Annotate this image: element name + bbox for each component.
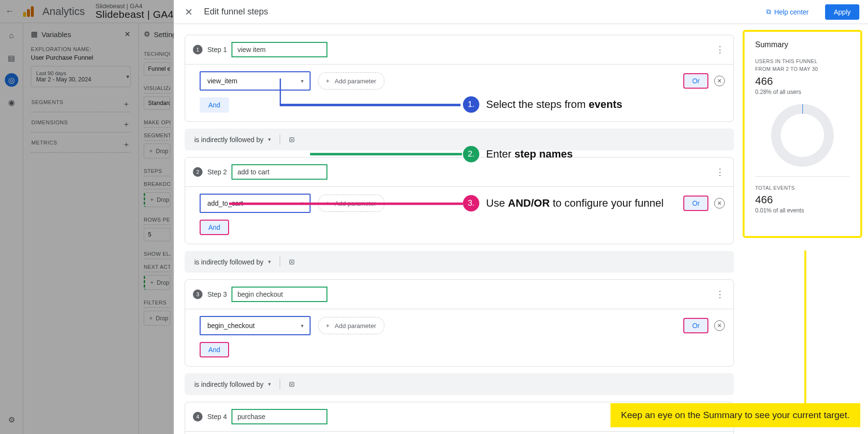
timer-off-icon[interactable]: ⦻ [280,379,297,389]
visualization-select[interactable]: Standard [144,96,170,110]
step-connector: is indirectly followed by ⦻ [185,251,734,273]
kebab-icon[interactable]: ⋮ [714,289,726,300]
chevron-down-icon: ▾ [126,73,129,80]
users-sub: 0.28% of all users [755,89,850,95]
reports-icon[interactable]: ▤ [5,51,18,65]
summary-connector-line [804,250,806,405]
admin-gear-icon[interactable]: ⚙ [5,413,18,426]
step-number: 2 [193,167,203,177]
step-label: Step 3 [207,290,227,298]
exploration-name-label: EXPLORATION NAME: [31,46,131,52]
remove-condition-icon[interactable]: ✕ [714,320,725,331]
edit-funnel-modal: ✕ Edit funnel steps ⧉ Help center Apply … [174,0,868,434]
step-card-3: 3 Step 3 ⋮ begin_checkout ＋Add parameter… [185,279,734,367]
events-value: 466 [755,194,850,206]
help-center-link[interactable]: ⧉ Help center [766,8,809,16]
home-icon[interactable]: ⌂ [5,29,18,42]
kebab-icon[interactable]: ⋮ [714,44,726,55]
ga-logo-icon [23,6,34,17]
segment-drop[interactable]: ＋Drop or select [144,144,170,158]
event-select[interactable]: begin_checkout [200,316,311,335]
follow-type-select[interactable]: is indirectly followed by [194,258,271,266]
variables-title: Variables [41,30,71,39]
technique-select[interactable]: Funnel exploration [144,62,170,76]
step-label: Step 1 [207,46,227,53]
timer-off-icon[interactable]: ⦻ [280,257,297,267]
modal-header: ✕ Edit funnel steps ⧉ Help center Apply [174,0,868,24]
gear-icon: ⚙ [144,30,150,39]
settings-panel: ⚙ Settings TECHNIQUE Funnel exploration … [139,23,176,434]
annotation-2: 2. Enter step names [463,146,573,162]
step-name-input[interactable] [231,409,327,424]
or-button[interactable]: Or [683,318,708,333]
step-number: 1 [193,45,203,54]
exploration-name-value[interactable]: User Purchase Funnel [31,54,131,61]
step-label: Step 2 [207,168,227,176]
next-action-drop[interactable]: ＋Drop or select [144,275,170,290]
close-icon[interactable]: ✕ [124,30,131,39]
step-connector: is indirectly followed by ⦻ [185,129,734,150]
step-name-input[interactable] [231,287,327,302]
remove-condition-icon[interactable]: ✕ [714,76,725,86]
step-name-input[interactable] [231,42,327,57]
variables-icon: ▦ [31,30,38,39]
remove-condition-icon[interactable]: ✕ [714,198,725,209]
external-link-icon: ⧉ [766,8,771,16]
and-button[interactable]: And [200,342,229,357]
breakdown-drop[interactable]: ＋Drop or select [144,192,170,207]
events-head: TOTAL EVENTS [755,184,850,192]
advertising-icon[interactable]: ◉ [5,95,18,109]
segments-section[interactable]: SEGMENTS ＋ [31,95,131,112]
and-button[interactable]: And [200,220,229,235]
back-arrow[interactable]: ← [3,6,16,16]
breadcrumb[interactable]: Slidebeast | GA4 Slidebeast | GA4 [95,2,174,20]
date-range-picker[interactable]: Last 90 days Mar 2 - May 30, 2024 ▾ [31,66,131,87]
summary-title: Summary [755,40,850,49]
and-button[interactable]: And [200,97,229,113]
step-number: 3 [193,289,203,299]
step-label: Step 4 [207,413,227,421]
annotation-3: 3. Use AND/OR to configure your funnel [463,195,664,211]
timer-off-icon[interactable]: ⦻ [280,134,297,145]
add-parameter-button[interactable]: ＋Add parameter [318,317,384,334]
dimensions-section[interactable]: DIMENSIONS ＋ [31,115,131,132]
donut-chart [771,104,834,167]
summary-card: Summary USERS IN THIS FUNNEL FROM MAR 2 … [743,30,862,238]
apply-button[interactable]: Apply [825,4,859,20]
metrics-section[interactable]: METRICS ＋ [31,135,131,153]
add-icon[interactable]: ＋ [122,99,130,109]
users-value: 466 [755,75,850,88]
anno-dot-1: 1. [463,96,479,113]
date-preset: Last 90 days [36,70,125,76]
users-head2: FROM MAR 2 TO MAY 30 [755,66,850,73]
anno-line-2 [310,153,464,156]
variables-panel: ▦ Variables ✕ EXPLORATION NAME: User Pur… [23,23,139,434]
plus-icon: ＋ [325,321,331,330]
filters-drop[interactable]: ＋Drop or select dimension or metric [144,311,170,326]
step-name-input[interactable] [231,164,327,180]
add-icon[interactable]: ＋ [122,140,130,150]
rows-select[interactable]: 5 [144,228,170,241]
kebab-icon[interactable]: ⋮ [714,167,726,177]
anno-dot-2: 2. [463,146,479,162]
modal-title: Edit funnel steps [204,7,268,17]
add-icon[interactable]: ＋ [122,119,130,130]
or-button[interactable]: Or [683,73,708,89]
step-connector: is indirectly followed by ⦻ [185,373,734,395]
anno-line-1 [280,79,463,107]
annotation-1: 1. Select the steps from events [463,96,622,113]
step-number: 4 [193,412,203,421]
settings-title: Settings [154,30,176,39]
summary-banner: Keep an eye on the Summary to see your c… [610,403,860,427]
close-icon[interactable]: ✕ [183,6,194,18]
follow-type-select[interactable]: is indirectly followed by [194,136,271,144]
anno-dot-3: 3. [463,195,479,211]
events-sub: 0.01% of all events [755,207,850,214]
users-head1: USERS IN THIS FUNNEL [755,58,850,66]
follow-type-select[interactable]: is indirectly followed by [194,381,271,388]
explore-icon[interactable]: ◎ [5,73,18,87]
anno-line-3 [229,202,465,205]
or-button[interactable]: Or [683,196,708,211]
date-range: Mar 2 - May 30, 2024 [36,76,125,83]
left-rail: ⌂ ▤ ◎ ◉ ⚙ [0,23,23,434]
